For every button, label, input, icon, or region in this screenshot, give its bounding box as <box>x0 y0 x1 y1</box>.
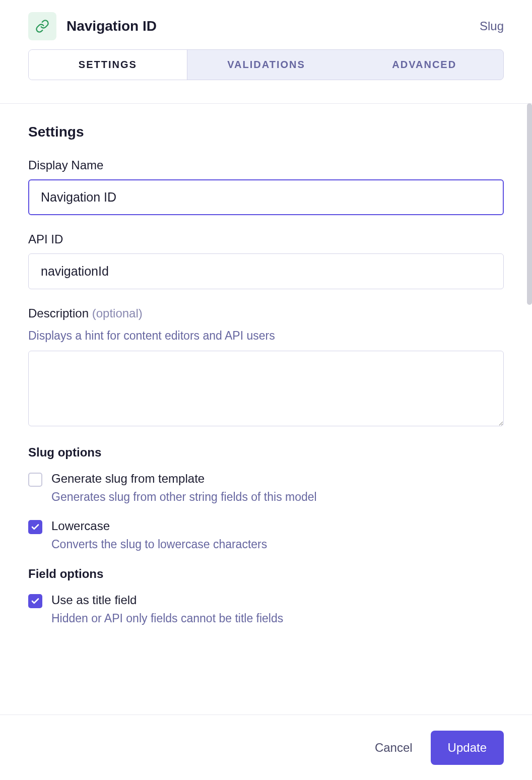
generate-slug-label: Generate slug from template <box>51 472 504 486</box>
lowercase-content: Lowercase Converts the slug to lowercase… <box>51 519 504 552</box>
description-label: Description (optional) <box>28 306 504 320</box>
title-field-label: Use as title field <box>51 593 504 607</box>
title-field-desc: Hidden or API only fields cannot be titl… <box>51 610 504 626</box>
generate-slug-row: Generate slug from template Generates sl… <box>28 472 504 505</box>
content-scroll[interactable]: Settings Display Name API ID Description… <box>0 103 532 714</box>
description-group: Description (optional) Displays a hint f… <box>28 306 504 428</box>
dialog-footer: Cancel Update <box>0 714 532 780</box>
field-options-title: Field options <box>28 567 504 581</box>
display-name-label: Display Name <box>28 158 504 172</box>
api-id-group: API ID <box>28 232 504 289</box>
generate-slug-checkbox[interactable] <box>28 473 42 487</box>
dialog-header: Navigation ID Slug <box>0 0 532 49</box>
slug-options-title: Slug options <box>28 445 504 460</box>
page-title: Navigation ID <box>66 18 157 34</box>
lowercase-checkbox[interactable] <box>28 520 42 534</box>
tab-validations[interactable]: Validations <box>187 50 346 80</box>
tab-advanced[interactable]: Advanced <box>345 50 503 80</box>
description-label-text: Description <box>28 306 89 320</box>
lowercase-label: Lowercase <box>51 519 504 533</box>
description-hint: Displays a hint for content editors and … <box>28 328 504 344</box>
display-name-group: Display Name <box>28 158 504 215</box>
section-title: Settings <box>28 124 504 140</box>
display-name-input[interactable] <box>28 179 504 215</box>
tabs: Settings Validations Advanced <box>28 49 504 80</box>
tab-settings[interactable]: Settings <box>29 50 187 80</box>
api-id-input[interactable] <box>28 253 504 289</box>
lowercase-row: Lowercase Converts the slug to lowercase… <box>28 519 504 552</box>
title-field-row: Use as title field Hidden or API only fi… <box>28 593 504 626</box>
slug-icon <box>28 12 56 40</box>
title-field-checkbox[interactable] <box>28 594 42 608</box>
lowercase-desc: Converts the slug to lowercase character… <box>51 536 504 552</box>
settings-panel: Settings Display Name API ID Description… <box>0 104 532 656</box>
description-optional: (optional) <box>92 306 143 320</box>
generate-slug-content: Generate slug from template Generates sl… <box>51 472 504 505</box>
generate-slug-desc: Generates slug from other string fields … <box>51 489 504 505</box>
description-textarea[interactable] <box>28 351 504 426</box>
title-field-content: Use as title field Hidden or API only fi… <box>51 593 504 626</box>
api-id-label: API ID <box>28 232 504 246</box>
cancel-button[interactable]: Cancel <box>371 736 417 760</box>
field-type-label: Slug <box>480 19 504 33</box>
header-left: Navigation ID <box>28 12 157 40</box>
update-button[interactable]: Update <box>431 731 504 765</box>
scrollbar[interactable] <box>527 103 532 305</box>
